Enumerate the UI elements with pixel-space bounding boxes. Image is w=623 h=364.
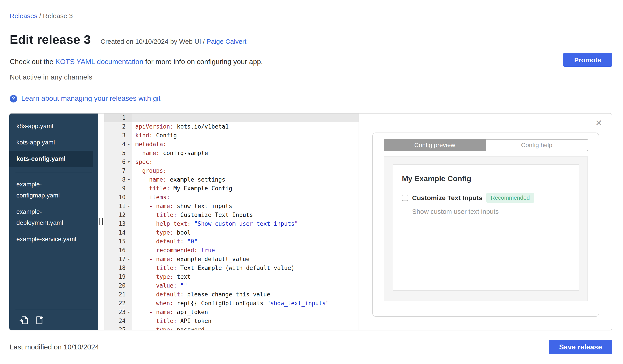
line-number: 21: [119, 290, 126, 299]
code-text: recommended: true: [132, 246, 215, 255]
line-gutter[interactable]: 6▾: [104, 158, 132, 166]
add-file-icon[interactable]: [35, 315, 44, 325]
code-line[interactable]: 2apiVersion: kots.io/v1beta1: [104, 122, 358, 131]
sidebar-file-example-service.yaml[interactable]: example-service.yaml: [9, 231, 98, 247]
line-gutter[interactable]: 8▾: [104, 175, 132, 184]
line-number: 22: [119, 299, 126, 308]
code-line[interactable]: 8▾ - name: example_settings: [104, 175, 358, 184]
customize-text-inputs-checkbox[interactable]: [402, 195, 408, 201]
line-gutter[interactable]: 19: [104, 273, 132, 281]
sidebar-file-actions: [9, 310, 98, 330]
line-number: 24: [119, 317, 126, 325]
code-line[interactable]: 4▾metadata:: [104, 140, 358, 149]
code-text: - name: example_settings: [132, 175, 225, 184]
code-line[interactable]: 5 name: config-sample: [104, 149, 358, 158]
code-line[interactable]: 16 recommended: true: [104, 246, 358, 255]
release-editor-container: k8s-app.yamlkots-app.yamlkots-config.yam…: [9, 113, 612, 330]
fold-icon[interactable]: ▾: [126, 255, 132, 264]
code-line[interactable]: 17▾ - name: example_default_value: [104, 255, 358, 264]
code-line[interactable]: 23▾ - name: api_token: [104, 308, 358, 317]
line-gutter[interactable]: 14: [104, 228, 132, 237]
line-gutter[interactable]: 2: [104, 122, 132, 131]
code-line[interactable]: 11▾ - name: show_text_inputs: [104, 202, 358, 211]
line-number: 3: [122, 131, 126, 140]
fold-icon[interactable]: ▾: [126, 175, 132, 184]
git-releases-link[interactable]: Learn about managing your releases with …: [21, 95, 160, 102]
line-gutter[interactable]: 23▾: [104, 308, 132, 317]
sidebar-file-kots-app.yaml[interactable]: kots-app.yaml: [9, 134, 98, 151]
line-number: 18: [119, 264, 126, 273]
sidebar-file-example-deployment.yaml[interactable]: example-deployment.yaml: [9, 204, 98, 231]
sidebar-file-example-configmap.yaml[interactable]: example-configmap.yaml: [9, 176, 98, 204]
line-gutter[interactable]: 16: [104, 246, 132, 255]
line-gutter[interactable]: 7: [104, 166, 132, 175]
code-line[interactable]: 14 type: bool: [104, 228, 358, 237]
fold-spacer: [126, 220, 132, 228]
fold-spacer: [126, 317, 132, 325]
code-text: spec:: [132, 158, 153, 166]
line-gutter[interactable]: 21: [104, 290, 132, 299]
line-gutter[interactable]: 11▾: [104, 202, 132, 211]
help-icon[interactable]: ?: [10, 95, 17, 102]
sidebar-footer: [9, 310, 98, 330]
line-gutter[interactable]: 25: [104, 325, 132, 330]
line-gutter[interactable]: 1: [104, 114, 132, 122]
sidebar-file-k8s-app.yaml[interactable]: k8s-app.yaml: [9, 118, 98, 134]
code-line[interactable]: 25 type: password: [104, 325, 358, 330]
fold-spacer: [126, 228, 132, 237]
line-gutter[interactable]: 18: [104, 264, 132, 273]
line-gutter[interactable]: 10: [104, 193, 132, 202]
code-line[interactable]: 1---: [104, 114, 358, 122]
code-text: - name: api_token: [132, 308, 208, 317]
line-gutter[interactable]: 20: [104, 281, 132, 290]
fold-spacer: [126, 246, 132, 255]
line-gutter[interactable]: 22: [104, 299, 132, 308]
resize-handle-left[interactable]: [99, 218, 103, 225]
fold-icon[interactable]: ▾: [126, 202, 132, 211]
code-line[interactable]: 10 items:: [104, 193, 358, 202]
code-line[interactable]: 6▾spec:: [104, 158, 358, 166]
code-line[interactable]: 15 default: "0": [104, 237, 358, 246]
fold-icon[interactable]: ▾: [126, 140, 132, 149]
fold-icon[interactable]: ▾: [126, 158, 132, 166]
line-gutter[interactable]: 5: [104, 149, 132, 158]
tab-config-preview[interactable]: Config preview: [384, 139, 486, 151]
config-preview-pane: ✕ Config preview Config help My Example …: [358, 114, 612, 330]
code-line[interactable]: 20 value: "": [104, 281, 358, 290]
kots-yaml-docs-link[interactable]: KOTS YAML documentation: [55, 58, 143, 65]
fold-icon[interactable]: ▾: [126, 308, 132, 317]
line-gutter[interactable]: 3: [104, 131, 132, 140]
line-gutter[interactable]: 13: [104, 220, 132, 228]
code-line[interactable]: 21 default: please change this value: [104, 290, 358, 299]
sidebar-file-kots-config.yaml[interactable]: kots-config.yaml: [9, 151, 93, 167]
line-gutter[interactable]: 24: [104, 317, 132, 325]
line-gutter[interactable]: 15: [104, 237, 132, 246]
upload-file-icon[interactable]: [19, 315, 28, 325]
line-number: 16: [119, 246, 126, 255]
code-line[interactable]: 18 title: Text Example (with default val…: [104, 264, 358, 273]
close-icon[interactable]: ✕: [595, 119, 602, 127]
code-line[interactable]: 13 help_text: "Show custom user text inp…: [104, 220, 358, 228]
code-line[interactable]: 9 title: My Example Config: [104, 184, 358, 193]
line-number: 4: [122, 140, 126, 149]
created-user-link[interactable]: Paige Calvert: [207, 38, 246, 45]
line-gutter[interactable]: 17▾: [104, 255, 132, 264]
tab-config-help[interactable]: Config help: [486, 139, 588, 151]
promote-button[interactable]: Promote: [563, 53, 612, 67]
fold-spacer: [126, 281, 132, 290]
line-number: 25: [119, 325, 126, 330]
code-line[interactable]: 22 when: repl{{ ConfigOptionEquals "show…: [104, 299, 358, 308]
code-line[interactable]: 7 groups:: [104, 166, 358, 175]
code-line[interactable]: 12 title: Customize Text Inputs: [104, 211, 358, 220]
save-release-button[interactable]: Save release: [549, 340, 612, 354]
config-group-title: My Example Config: [402, 175, 579, 183]
fold-spacer: [126, 273, 132, 281]
yaml-editor[interactable]: 1---2apiVersion: kots.io/v1beta13kind: C…: [104, 114, 358, 330]
breadcrumb-releases-link[interactable]: Releases: [10, 12, 37, 20]
line-gutter[interactable]: 12: [104, 211, 132, 220]
code-line[interactable]: 3kind: Config: [104, 131, 358, 140]
line-gutter[interactable]: 9: [104, 184, 132, 193]
code-line[interactable]: 24 title: API token: [104, 317, 358, 325]
code-line[interactable]: 19 type: text: [104, 273, 358, 281]
line-gutter[interactable]: 4▾: [104, 140, 132, 149]
